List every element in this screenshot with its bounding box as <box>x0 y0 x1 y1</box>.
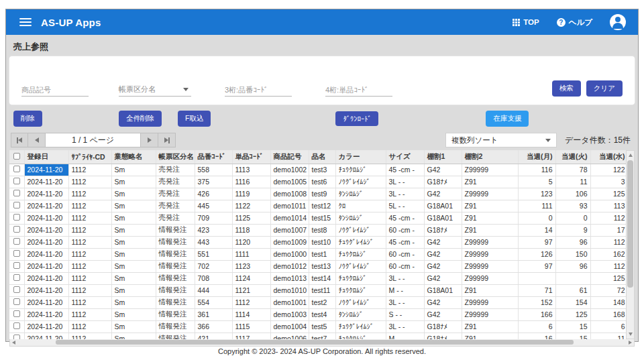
table-cell[interactable]: Sm <box>111 212 156 224</box>
table-cell[interactable]: 60 -cm - <box>386 224 424 236</box>
table-cell[interactable]: ﾀﾝｼﾛﾑｼﾞ <box>335 308 386 320</box>
table-cell[interactable]: Sm <box>111 248 156 260</box>
table-cell[interactable]: 情報発注 <box>156 296 195 308</box>
table-cell[interactable]: 1112 <box>68 296 111 308</box>
table-cell[interactable]: 1125 <box>232 212 270 224</box>
table-cell[interactable]: M - - <box>386 284 424 296</box>
table-cell[interactable]: G42 <box>424 164 462 176</box>
table-cell[interactable]: 72 <box>590 284 626 296</box>
table-cell[interactable]: 11 <box>590 333 626 339</box>
table-cell[interactable]: 1124 <box>232 272 270 284</box>
table-cell[interactable]: test4 <box>309 308 335 320</box>
column-header[interactable]: 棚割1 <box>424 150 462 164</box>
table-cell[interactable]: test5 <box>309 320 335 333</box>
table-cell[interactable]: 426 <box>195 188 232 200</box>
table-cell[interactable]: 111 <box>518 200 555 212</box>
item-code-input[interactable] <box>225 83 292 97</box>
table-cell[interactable] <box>518 272 555 284</box>
table-cell[interactable]: 113 <box>590 200 626 212</box>
table-cell[interactable]: G42 <box>424 308 462 320</box>
unit-code-input[interactable] <box>325 83 392 97</box>
table-cell[interactable]: 1118 <box>232 224 270 236</box>
table-cell[interactable]: Z99999 <box>462 272 518 284</box>
table-cell[interactable]: test3 <box>309 164 335 176</box>
table-cell[interactable]: 2024-11-20 <box>24 212 68 224</box>
table-row[interactable]: 2024-11-201112Sm情報発注7021123demo1012test1… <box>9 260 626 272</box>
table-cell[interactable]: 情報発注 <box>156 236 195 248</box>
table-cell[interactable]: 15 <box>555 320 590 333</box>
table-cell[interactable]: demo1004 <box>270 320 309 333</box>
help-button[interactable]: ? ヘルプ <box>557 17 592 27</box>
table-cell[interactable]: 1111 <box>232 248 270 260</box>
top-nav-button[interactable]: TOP <box>513 18 539 26</box>
table-cell[interactable]: 1112 <box>68 176 111 188</box>
table-cell[interactable]: ﾉｳｸﾞﾚｲﾑｼﾞ <box>335 176 386 188</box>
table-cell[interactable]: 1114 <box>232 308 270 320</box>
table-cell[interactable]: test6 <box>309 176 335 188</box>
table-cell[interactable]: 375 <box>195 176 232 188</box>
table-cell[interactable]: 1112 <box>68 236 111 248</box>
table-cell[interactable]: 1117 <box>232 333 270 339</box>
table-cell[interactable]: G42 <box>424 272 462 284</box>
table-cell[interactable]: test11 <box>309 284 335 296</box>
table-cell[interactable]: 1112 <box>68 212 111 224</box>
table-cell[interactable]: 売発注 <box>156 176 195 188</box>
row-checkbox[interactable] <box>13 335 20 339</box>
table-cell[interactable]: 1112 <box>68 333 111 339</box>
table-cell[interactable]: 16 <box>518 333 555 339</box>
table-cell[interactable]: G18A01 <box>424 284 462 296</box>
table-cell[interactable]: demo1000 <box>270 248 309 260</box>
table-cell[interactable]: G18ﾅﾒ <box>424 333 462 339</box>
table-cell[interactable]: ﾀﾝｼﾛﾑｼﾞ <box>335 188 386 200</box>
column-header[interactable]: 帳票区分名 <box>156 150 195 164</box>
product-symbol-input[interactable] <box>21 83 89 97</box>
column-header[interactable]: 登録日 <box>24 150 68 164</box>
table-row[interactable]: 2024-11-201112Sm情報発注4441121demo1010test1… <box>9 284 626 296</box>
table-cell[interactable]: G42 <box>424 188 462 200</box>
table-cell[interactable]: 125 <box>555 308 590 320</box>
table-cell[interactable]: 112 <box>590 260 626 272</box>
table-row[interactable]: 2024-11-201112Sm売発注4451122demo1011test12… <box>9 200 626 212</box>
table-cell[interactable]: 1112 <box>68 260 111 272</box>
column-header[interactable]: 当週(水) <box>590 150 626 164</box>
table-cell[interactable]: 1112 <box>68 284 111 296</box>
table-cell[interactable]: 6 <box>590 320 626 333</box>
table-cell[interactable]: ﾁｭｳｸﾛﾑｼﾞ <box>335 333 386 339</box>
search-button[interactable]: 検索 <box>552 80 581 97</box>
table-cell[interactable]: 709 <box>195 212 232 224</box>
report-type-select[interactable]: 帳票区分名 <box>119 83 191 97</box>
table-row[interactable]: 2024-11-201112Sm情報発注3661115demo1004test5… <box>9 320 626 333</box>
scroll-right-icon[interactable] <box>629 341 632 345</box>
stock-support-button[interactable]: 在庫支援 <box>486 111 529 127</box>
table-cell[interactable]: 3L - - <box>386 188 424 200</box>
table-cell[interactable]: 125 <box>590 188 626 200</box>
table-cell[interactable]: 17 <box>590 224 626 236</box>
table-cell[interactable]: 708 <box>195 272 232 284</box>
table-cell[interactable]: Z91 <box>462 284 518 296</box>
table-cell[interactable]: G18A01 <box>424 200 462 212</box>
scroll-left-icon[interactable] <box>12 341 15 345</box>
column-header[interactable]: 品名 <box>309 150 335 164</box>
table-cell[interactable]: G18ﾅﾒ <box>424 176 462 188</box>
table-cell[interactable]: test14 <box>309 272 335 284</box>
table-cell[interactable]: 60 -cm - <box>386 248 424 260</box>
table-cell[interactable]: Z99999 <box>462 248 518 260</box>
table-cell[interactable]: test9 <box>309 188 335 200</box>
row-checkbox[interactable] <box>13 286 20 293</box>
table-cell[interactable]: 2024-11-20 <box>24 260 68 272</box>
table-cell[interactable]: 6 <box>518 320 555 333</box>
table-cell[interactable]: 444 <box>195 284 232 296</box>
table-cell[interactable]: Z99999 <box>462 308 518 320</box>
table-cell[interactable]: 1112 <box>68 272 111 284</box>
table-cell[interactable]: 情報発注 <box>156 333 195 339</box>
table-cell[interactable]: 60 -cm - <box>386 260 424 272</box>
table-cell[interactable]: 情報発注 <box>156 272 195 284</box>
table-cell[interactable]: test10 <box>309 236 335 248</box>
scroll-down-icon[interactable] <box>629 333 633 336</box>
table-cell[interactable]: 2024-11-20 <box>24 200 68 212</box>
vertical-scrollbar-thumb[interactable] <box>627 160 633 288</box>
table-cell[interactable]: ﾀﾝｼﾛﾑｼﾞ <box>335 212 386 224</box>
table-cell[interactable]: G42 <box>424 248 462 260</box>
table-cell[interactable]: Z91 <box>462 320 518 333</box>
table-cell[interactable]: 122 <box>590 164 626 176</box>
